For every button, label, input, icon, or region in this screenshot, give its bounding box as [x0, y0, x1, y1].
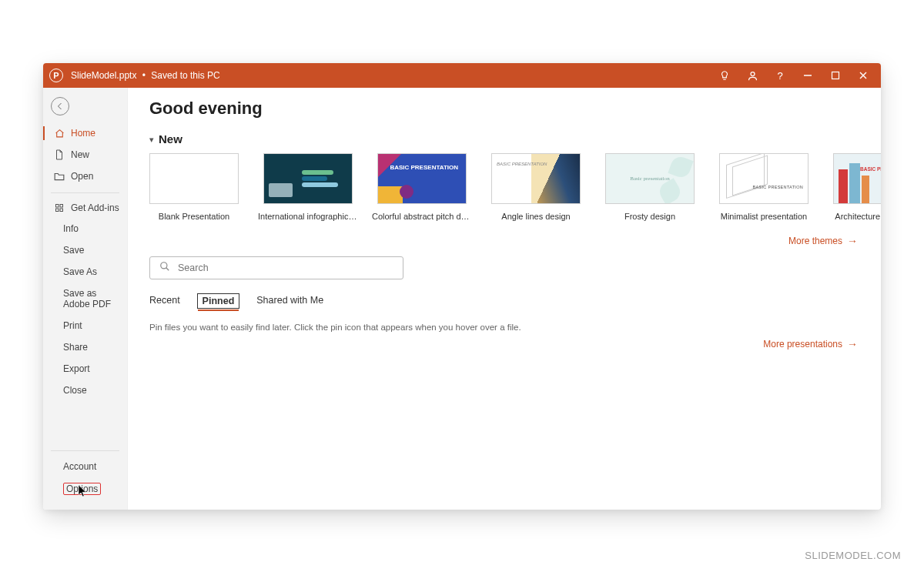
titlebar-actions: ? [718, 70, 875, 82]
svg-rect-8 [60, 209, 63, 212]
more-presentations-text: More presentations [763, 339, 842, 350]
section-title-new: New [159, 132, 182, 146]
template-thumb: Basic presentation [605, 153, 695, 204]
svg-rect-5 [56, 205, 59, 208]
sidebar-item-options[interactable]: Options [43, 477, 127, 500]
backstage-sidebar: Home New Open [43, 88, 128, 510]
sidebar-item-print[interactable]: Print [43, 315, 127, 336]
template-label: Blank Presentation [159, 212, 229, 221]
backstage-main: Good evening ▾ New Blank Presentation In… [128, 88, 881, 510]
more-themes-text: More themes [788, 236, 842, 246]
help-icon[interactable]: ? [773, 70, 787, 82]
thumb-text: BASIC PRESENTATION [497, 162, 547, 166]
template-label: Angle lines design [501, 212, 570, 221]
search-input[interactable] [178, 263, 393, 273]
sidebar-label-save-as: Save As [63, 266, 97, 277]
thumb-text: BASIC PRESENTATION [860, 166, 881, 172]
sidebar-label-print: Print [63, 320, 82, 331]
sidebar-label-addins: Get Add-ins [71, 202, 119, 213]
tab-pinned[interactable]: Pinned [197, 293, 240, 309]
template-architecture[interactable]: BASIC PRESENTATION Architecture pitch de… [833, 153, 881, 221]
titlebar-filename: SlideModel.pptx • Saved to this PC [71, 70, 220, 81]
sidebar-item-close[interactable]: Close [43, 380, 127, 401]
template-angle-lines[interactable]: BASIC PRESENTATION Angle lines design [491, 153, 581, 221]
template-label: Minimalist presentation [721, 212, 808, 221]
tab-recent[interactable]: Recent [149, 293, 180, 309]
template-minimalist[interactable]: BASIC PRESENTATION Minimalist presentati… [719, 153, 808, 221]
template-colorful-abstract[interactable]: BASIC PRESENTATION Colorful abstract pit… [377, 153, 467, 221]
app-icon: P [49, 69, 63, 82]
sidebar-item-new[interactable]: New [43, 145, 127, 165]
save-state-text: Saved to this PC [151, 70, 219, 81]
sidebar-label-save-as-adobe: Save as Adobe PDF [63, 288, 111, 309]
sidebar-item-account[interactable]: Account [43, 456, 127, 477]
sidebar-item-open[interactable]: Open [43, 166, 127, 186]
sidebar-item-home[interactable]: Home [43, 123, 127, 143]
sidebar-separator-bottom [51, 450, 119, 451]
template-label: Colorful abstract pitch deck [372, 212, 472, 221]
sidebar-item-share[interactable]: Share [43, 336, 127, 358]
template-thumb [149, 153, 239, 204]
search-box[interactable] [149, 256, 403, 279]
open-folder-icon [54, 172, 65, 181]
template-international-infographic[interactable]: International infographic re… [263, 153, 353, 221]
template-thumb [263, 153, 353, 204]
more-themes-link[interactable]: More themes → [149, 235, 858, 247]
titlebar: P SlideModel.pptx • Saved to this PC ? [43, 63, 881, 88]
lightbulb-icon[interactable] [718, 70, 732, 81]
new-doc-icon [54, 149, 65, 160]
addins-icon [54, 203, 65, 212]
arrow-right-icon: → [847, 235, 858, 247]
svg-rect-6 [60, 205, 63, 208]
powerpoint-backstage-window: P SlideModel.pptx • Saved to this PC ? [43, 63, 881, 510]
sidebar-label-share: Share [63, 342, 88, 353]
sidebar-item-get-addins[interactable]: Get Add-ins [43, 198, 127, 218]
svg-rect-7 [56, 209, 59, 212]
sidebar-item-save[interactable]: Save [43, 239, 127, 261]
template-thumb: BASIC PRESENTATION [491, 153, 581, 204]
more-presentations-link[interactable]: More presentations → [149, 338, 858, 350]
sidebar-label-options: Options [63, 483, 101, 495]
template-thumb: BASIC PRESENTATION [833, 153, 881, 204]
back-button[interactable] [51, 97, 69, 115]
sidebar-label-save: Save [63, 245, 84, 256]
svg-point-9 [161, 263, 167, 269]
template-blank[interactable]: Blank Presentation [149, 153, 239, 221]
pinned-empty-hint: Pin files you want to easily find later.… [149, 323, 859, 332]
svg-point-0 [751, 72, 755, 75]
thumb-text: BASIC PRESENTATION [753, 185, 803, 189]
window-restore-icon[interactable] [829, 71, 842, 80]
home-icon [54, 129, 65, 139]
arrow-right-icon: → [847, 338, 858, 350]
template-gallery: Blank Presentation International infogra… [149, 153, 859, 221]
template-label: Frosty design [624, 212, 675, 221]
account-icon[interactable] [745, 70, 759, 82]
sidebar-label-info: Info [63, 223, 79, 234]
recent-tabs: Recent Pinned Shared with Me [149, 293, 859, 309]
template-thumb: BASIC PRESENTATION [719, 153, 808, 204]
sidebar-item-info[interactable]: Info [43, 218, 127, 239]
sidebar-item-save-as-adobe-pdf[interactable]: Save as Adobe PDF [43, 283, 127, 315]
window-minimize-icon[interactable] [801, 71, 815, 80]
search-icon [159, 261, 170, 275]
sidebar-item-save-as[interactable]: Save As [43, 261, 127, 283]
section-toggle-new[interactable]: ▾ New [149, 132, 859, 146]
tab-label: Shared with Me [256, 295, 323, 306]
watermark-text: SLIDEMODEL.COM [805, 550, 901, 561]
sidebar-item-export[interactable]: Export [43, 358, 127, 380]
thumb-text: BASIC PRESENTATION [390, 165, 458, 172]
window-close-icon[interactable] [856, 71, 870, 80]
sidebar-label-account: Account [63, 461, 96, 472]
tab-label: Recent [149, 295, 180, 306]
template-frosty[interactable]: Basic presentation Frosty design [605, 153, 695, 221]
filename-sep: • [142, 70, 146, 81]
filename-text: SlideModel.pptx [71, 70, 136, 81]
svg-line-10 [166, 268, 169, 271]
tab-shared[interactable]: Shared with Me [256, 293, 323, 309]
svg-rect-2 [832, 72, 839, 79]
sidebar-label-home: Home [71, 128, 95, 139]
sidebar-label-close: Close [63, 385, 87, 396]
greeting-text: Good evening [149, 99, 859, 119]
template-thumb: BASIC PRESENTATION [377, 153, 467, 204]
chevron-down-icon: ▾ [149, 135, 154, 145]
